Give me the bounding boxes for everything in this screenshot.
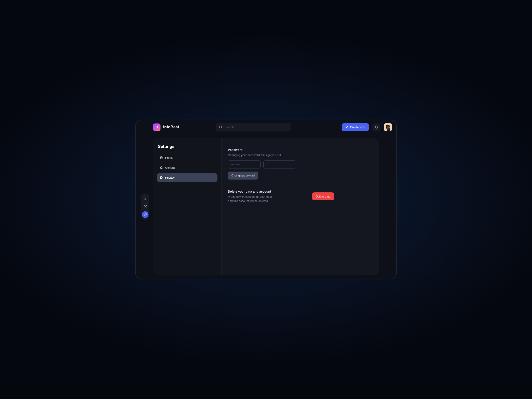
device-frame: B InfoBeat Create Post xyxy=(135,120,397,279)
password-subtitle: Changing your password will sign you out xyxy=(228,153,294,157)
avatar[interactable] xyxy=(384,123,392,131)
toolbar-item-compose[interactable] xyxy=(142,203,149,210)
settings-sidebar: Settings Profile General Privacy xyxy=(153,138,222,275)
search-wrap xyxy=(216,123,291,132)
create-post-label: Create Post xyxy=(350,126,365,129)
user-circle-icon xyxy=(160,156,163,159)
current-password-input[interactable] xyxy=(228,160,261,168)
toolbar-item-browse[interactable] xyxy=(142,195,149,202)
settings-content: Password Changing your password will sig… xyxy=(222,138,379,275)
shield-icon xyxy=(160,176,163,179)
sidebar-item-profile[interactable]: Profile xyxy=(157,153,217,162)
svg-line-1 xyxy=(221,128,222,128)
sidebar-item-label: Profile xyxy=(165,156,173,159)
password-section: Password Changing your password will sig… xyxy=(228,148,372,180)
pencil-icon xyxy=(345,126,348,129)
svg-point-0 xyxy=(220,126,222,128)
create-post-button[interactable]: Create Post xyxy=(342,123,369,131)
change-password-button[interactable]: Change password xyxy=(228,171,258,180)
delete-title: Delete your data and account xyxy=(228,190,272,193)
toolbar-item-tools[interactable] xyxy=(142,211,149,218)
sidebar-item-general[interactable]: General xyxy=(157,163,217,172)
svg-rect-4 xyxy=(389,127,390,128)
float-toolbar xyxy=(141,194,149,220)
body: Settings Profile General Privacy Passwor… xyxy=(136,134,396,279)
sidebar-item-privacy[interactable]: Privacy xyxy=(157,173,217,182)
brand-logo: B xyxy=(153,123,160,131)
gear-icon xyxy=(160,166,163,169)
edit-icon xyxy=(144,205,147,208)
brand-name: InfoBeat xyxy=(163,125,179,129)
header: B InfoBeat Create Post xyxy=(136,120,396,134)
sidebar-item-label: General xyxy=(165,166,175,169)
bell-icon xyxy=(375,126,378,129)
sidebar-title: Settings xyxy=(157,144,217,149)
password-input-row xyxy=(228,160,372,168)
search-input[interactable] xyxy=(225,126,288,129)
diamond-icon xyxy=(144,197,147,200)
notifications-button[interactable] xyxy=(372,123,380,131)
search-icon xyxy=(219,126,222,129)
search[interactable] xyxy=(216,123,291,132)
brand[interactable]: B InfoBeat xyxy=(153,123,179,131)
delete-subtitle: Proceed with caution, all your data and … xyxy=(228,195,272,203)
svg-rect-5 xyxy=(144,197,146,200)
settings-panel: Settings Profile General Privacy Passwor… xyxy=(153,138,379,275)
delete-section: Delete your data and account Proceed wit… xyxy=(228,190,372,203)
delete-data-button[interactable]: Delete data xyxy=(312,192,334,200)
avatar-image xyxy=(384,123,392,131)
new-password-input[interactable] xyxy=(263,160,296,168)
wrench-icon xyxy=(144,213,147,216)
sidebar-item-label: Privacy xyxy=(165,176,175,179)
password-title: Password xyxy=(228,148,372,152)
